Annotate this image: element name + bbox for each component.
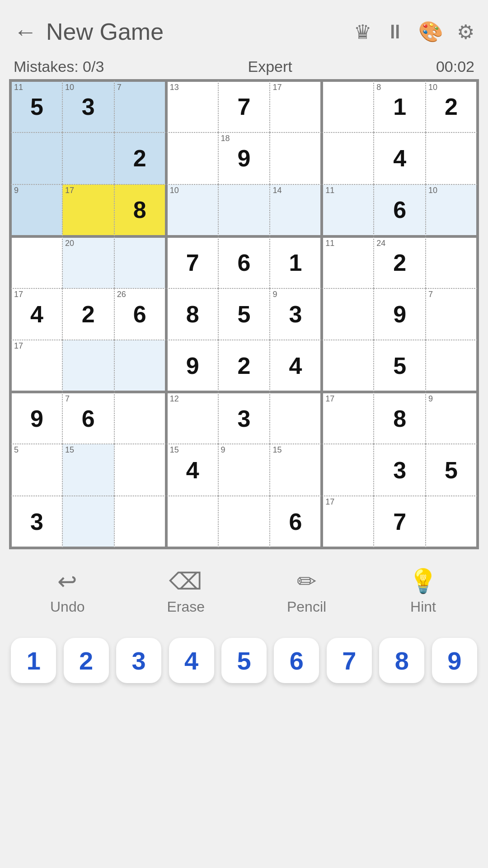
cell-r1-c7[interactable]: 4 [374,132,426,184]
cell-r6-c0[interactable]: 9 [10,392,62,444]
cell-r6-c8[interactable]: 9 [426,392,478,444]
cell-r7-c0[interactable]: 5 [10,444,62,496]
cell-r2-c1[interactable]: 17 [62,184,114,236]
cell-r1-c0[interactable] [10,132,62,184]
cell-r0-c1[interactable]: 103 [62,80,114,132]
cell-r3-c8[interactable] [426,236,478,288]
cell-r3-c3[interactable]: 7 [166,236,218,288]
cell-r5-c8[interactable] [426,340,478,392]
cell-r8-c3[interactable] [166,496,218,548]
cell-r0-c3[interactable]: 13 [166,80,218,132]
cell-r0-c6[interactable] [322,80,374,132]
cell-r3-c0[interactable] [10,236,62,288]
cell-r7-c5[interactable]: 15 [270,444,322,496]
cell-r7-c8[interactable]: 5 [426,444,478,496]
cell-r4-c8[interactable]: 7 [426,288,478,340]
cell-r4-c4[interactable]: 5 [218,288,270,340]
cell-r6-c4[interactable]: 3 [218,392,270,444]
cell-r6-c6[interactable]: 17 [322,392,374,444]
cell-r1-c3[interactable] [166,132,218,184]
cell-r1-c2[interactable]: 2 [114,132,166,184]
toolbar-hint[interactable]: 💡 Hint [408,567,438,615]
toolbar-erase[interactable]: ⌫ Erase [167,568,205,615]
cell-r8-c5[interactable]: 6 [270,496,322,548]
crown-icon[interactable]: ♛ [354,20,371,43]
numpad-btn-8[interactable]: 8 [379,638,424,683]
cell-r6-c3[interactable]: 12 [166,392,218,444]
toolbar-undo[interactable]: ↩ Undo [50,568,85,615]
cell-r2-c0[interactable]: 9 [10,184,62,236]
cell-r5-c0[interactable]: 17 [10,340,62,392]
cell-r8-c7[interactable]: 7 [374,496,426,548]
cell-r3-c1[interactable]: 20 [62,236,114,288]
cell-r7-c2[interactable] [114,444,166,496]
cell-r6-c1[interactable]: 76 [62,392,114,444]
numpad-btn-1[interactable]: 1 [11,638,56,683]
cell-r0-c4[interactable]: 7 [218,80,270,132]
cell-r4-c3[interactable]: 8 [166,288,218,340]
cell-r0-c5[interactable]: 17 [270,80,322,132]
cell-r8-c4[interactable] [218,496,270,548]
cell-r1-c4[interactable]: 189 [218,132,270,184]
cell-r2-c3[interactable]: 10 [166,184,218,236]
cell-r7-c3[interactable]: 154 [166,444,218,496]
numpad-btn-4[interactable]: 4 [169,638,214,683]
cell-r2-c2[interactable]: 8 [114,184,166,236]
numpad-btn-5[interactable]: 5 [221,638,267,683]
cell-r5-c5[interactable]: 4 [270,340,322,392]
cell-r7-c6[interactable] [322,444,374,496]
cell-r8-c0[interactable]: 3 [10,496,62,548]
cell-r0-c2[interactable]: 7 [114,80,166,132]
cell-r2-c7[interactable]: 6 [374,184,426,236]
cell-value: 7 [238,95,251,118]
cell-r5-c3[interactable]: 9 [166,340,218,392]
cell-r6-c2[interactable] [114,392,166,444]
numpad-btn-6[interactable]: 6 [274,638,319,683]
cell-r6-c5[interactable] [270,392,322,444]
cell-r5-c6[interactable] [322,340,374,392]
palette-icon[interactable]: 🎨 [418,20,443,43]
cell-r8-c6[interactable]: 17 [322,496,374,548]
cell-r3-c6[interactable]: 11 [322,236,374,288]
back-button[interactable]: ← [14,18,37,45]
cell-r3-c7[interactable]: 242 [374,236,426,288]
numpad-btn-2[interactable]: 2 [64,638,109,683]
cell-r1-c6[interactable] [322,132,374,184]
cell-r2-c5[interactable]: 14 [270,184,322,236]
cell-r0-c8[interactable]: 102 [426,80,478,132]
cell-r3-c4[interactable]: 6 [218,236,270,288]
cell-r8-c1[interactable] [62,496,114,548]
cell-r4-c6[interactable] [322,288,374,340]
cell-r0-c7[interactable]: 81 [374,80,426,132]
cell-r5-c2[interactable] [114,340,166,392]
cell-r5-c1[interactable] [62,340,114,392]
cell-r7-c1[interactable]: 15 [62,444,114,496]
cell-r3-c5[interactable]: 1 [270,236,322,288]
cell-r0-c0[interactable]: 115 [10,80,62,132]
cell-r4-c5[interactable]: 93 [270,288,322,340]
settings-icon[interactable]: ⚙ [457,20,474,43]
cell-r5-c4[interactable]: 2 [218,340,270,392]
cell-r5-c7[interactable]: 5 [374,340,426,392]
cell-r4-c1[interactable]: 2 [62,288,114,340]
cell-r2-c4[interactable] [218,184,270,236]
cell-r6-c7[interactable]: 8 [374,392,426,444]
numpad-btn-7[interactable]: 7 [327,638,372,683]
cell-r7-c4[interactable]: 9 [218,444,270,496]
numpad-btn-9[interactable]: 9 [432,638,477,683]
cell-r8-c8[interactable] [426,496,478,548]
cell-r4-c2[interactable]: 266 [114,288,166,340]
numpad-btn-3[interactable]: 3 [116,638,161,683]
cell-r4-c7[interactable]: 9 [374,288,426,340]
cell-r3-c2[interactable] [114,236,166,288]
cell-r8-c2[interactable] [114,496,166,548]
cell-r1-c1[interactable] [62,132,114,184]
cell-r2-c8[interactable]: 10 [426,184,478,236]
toolbar-pencil[interactable]: ✏ Pencil [287,568,326,615]
cell-r1-c8[interactable] [426,132,478,184]
pause-icon[interactable]: ⏸ [385,20,405,43]
cell-r2-c6[interactable]: 11 [322,184,374,236]
cell-r7-c7[interactable]: 3 [374,444,426,496]
cell-r4-c0[interactable]: 174 [10,288,62,340]
cell-r1-c5[interactable] [270,132,322,184]
